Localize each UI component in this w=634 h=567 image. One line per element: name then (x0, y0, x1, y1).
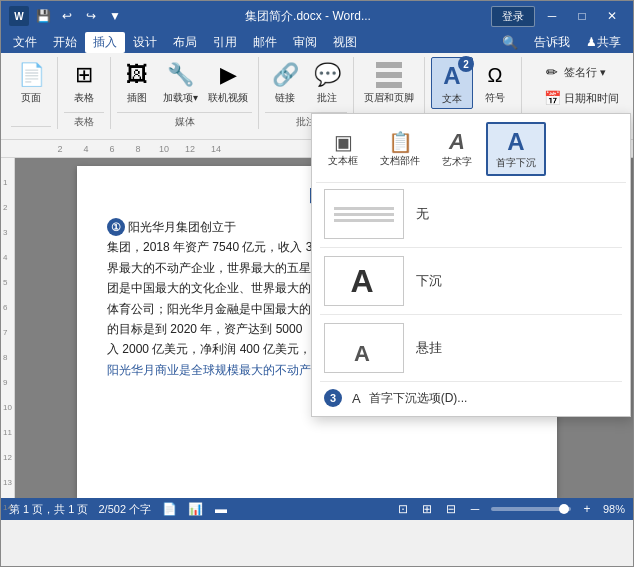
ribbon-btn-symbol[interactable]: Ω 符号 (475, 57, 515, 107)
dropcap-options-label: 首字下沉选项(D)... (369, 390, 468, 407)
picture-icon: 🖼 (121, 59, 153, 91)
video-icon: ▶ (212, 59, 244, 91)
dd-item-drop[interactable]: A 下沉 (316, 250, 626, 312)
status-icon-layout[interactable]: ▬ (213, 501, 229, 517)
dd-btn-textbox[interactable]: ▣ 文本框 (320, 126, 366, 172)
window-title: 集团简介.docx - Word... (125, 8, 491, 25)
status-icon-doc[interactable]: 📄 (161, 501, 177, 517)
header-icon (373, 59, 405, 91)
dd-btn-textbox-label: 文本框 (328, 154, 358, 168)
dd-preview-none (324, 189, 404, 239)
link-icon: 🔗 (269, 59, 301, 91)
menu-file[interactable]: 文件 (5, 32, 45, 53)
word-icon: W (9, 6, 29, 26)
ribbon-btn-datetime[interactable]: 📅 日期和时间 (539, 87, 623, 109)
ribbon-btn-table[interactable]: ⊞ 表格 (64, 57, 104, 107)
dd-btn-dropcap-label: 首字下沉 (496, 156, 536, 170)
menu-view[interactable]: 视图 (325, 32, 365, 53)
undo-qat-btn[interactable]: ↩ (57, 6, 77, 26)
menu-tell-me[interactable]: 告诉我 (526, 32, 578, 53)
ribbon-group-illus-label: 媒体 (117, 112, 252, 129)
dd-btn-dropcap[interactable]: A 首字下沉 (486, 122, 546, 176)
qat-more-btn[interactable]: ▼ (105, 6, 125, 26)
redo-qat-btn[interactable]: ↪ (81, 6, 101, 26)
ribbon-btn-text[interactable]: 2 A 文本 (431, 57, 473, 109)
dd-item-none[interactable]: 无 (316, 183, 626, 245)
dd-preview-drop: A (324, 256, 404, 306)
close-button[interactable]: ✕ (599, 6, 625, 26)
ribbon-group-table: ⊞ 表格 表格 (58, 57, 111, 129)
ribbon-group-table-items: ⊞ 表格 (64, 57, 104, 112)
symbol-label: 符号 (485, 91, 505, 105)
dropdown-panel: ▣ 文本框 📋 文档部件 A 艺术字 A 首字下沉 (311, 113, 631, 417)
ruler-num-4: 10 (151, 144, 177, 154)
page-label: 页面 (21, 91, 41, 105)
minimize-button[interactable]: ─ (539, 6, 565, 26)
login-button[interactable]: 登录 (491, 6, 535, 27)
title-actions: 登录 ─ □ ✕ (491, 6, 625, 27)
comment-label: 批注 (317, 91, 337, 105)
dropdown-sep-3 (320, 381, 622, 382)
zoom-slider[interactable] (491, 507, 571, 511)
v-ruler: 12345 678910 11121314 (1, 158, 15, 498)
page-icon: 📄 (15, 59, 47, 91)
ribbon-btn-link[interactable]: 🔗 链接 (265, 57, 305, 107)
ribbon-btn-picture[interactable]: 🖼 插图 (117, 57, 157, 107)
addins-icon: 🔧 (165, 59, 197, 91)
status-icon-stats[interactable]: 📊 (187, 501, 203, 517)
dd-btn-wordart-label: 艺术字 (442, 155, 472, 169)
dd-btn-wordart[interactable]: A 艺术字 (434, 125, 480, 173)
dd-btn-docparts[interactable]: 📋 文档部件 (372, 126, 428, 172)
dd-btn-docparts-label: 文档部件 (380, 154, 420, 168)
circle-2-badge: 2 (458, 56, 474, 72)
ribbon-btn-header[interactable]: 页眉和页脚 (360, 57, 418, 107)
view-icon-2[interactable]: ⊞ (419, 501, 435, 517)
picture-label: 插图 (127, 91, 147, 105)
menu-review[interactable]: 审阅 (285, 32, 325, 53)
menu-insert[interactable]: 插入 (85, 32, 125, 53)
menu-layout[interactable]: 布局 (165, 32, 205, 53)
dd-item-hang[interactable]: A 悬挂 (316, 317, 626, 379)
dd-last-item[interactable]: 3 A 首字下沉选项(D)... (316, 384, 626, 412)
symbol-icon: Ω (479, 59, 511, 91)
menu-share[interactable]: ♟共享 (578, 32, 629, 53)
ribbon-btn-comment[interactable]: 💬 批注 (307, 57, 347, 107)
ribbon-btn-signature[interactable]: ✏ 签名行 ▾ (539, 61, 623, 83)
menu-home[interactable]: 开始 (45, 32, 85, 53)
ruler-num-1: 4 (73, 144, 99, 154)
table-label: 表格 (74, 91, 94, 105)
ribbon-btn-video[interactable]: ▶ 联机视频 (204, 57, 252, 107)
dd-item-hang-label: 悬挂 (416, 339, 442, 357)
ribbon-group-pages-items: 📄 页面 (11, 57, 51, 126)
datetime-label: 日期和时间 (564, 91, 619, 106)
quick-access-toolbar: W 💾 ↩ ↪ ▼ (9, 6, 125, 26)
ruler-num-6: 14 (203, 144, 229, 154)
maximize-button[interactable]: □ (569, 6, 595, 26)
ribbon-btn-addins[interactable]: 🔧 加载项▾ (159, 57, 202, 107)
status-page-info: 第 1 页，共 1 页 (9, 502, 88, 517)
circle-3-icon: 3 (324, 389, 342, 407)
ruler-numbers: 2 4 6 8 10 12 14 (47, 144, 229, 154)
view-icon-1[interactable]: ⊡ (395, 501, 411, 517)
zoom-level: 98% (603, 503, 625, 515)
menu-design[interactable]: 设计 (125, 32, 165, 53)
video-label: 联机视频 (208, 91, 248, 105)
table-icon: ⊞ (68, 59, 100, 91)
view-icon-3[interactable]: ⊟ (443, 501, 459, 517)
dd-item-drop-label: 下沉 (416, 272, 442, 290)
ribbon-group-illustrations: 🖼 插图 🔧 加载项▾ ▶ 联机视频 媒体 (111, 57, 259, 129)
save-qat-btn[interactable]: 💾 (33, 6, 53, 26)
menu-references[interactable]: 引用 (205, 32, 245, 53)
zoom-minus-btn[interactable]: ─ (467, 501, 483, 517)
menu-search[interactable]: 🔍 (494, 33, 526, 52)
ruler-num-2: 6 (99, 144, 125, 154)
zoom-plus-btn[interactable]: + (579, 501, 595, 517)
v-ruler-nums: 12345 678910 11121314 (3, 178, 12, 512)
menu-mailings[interactable]: 邮件 (245, 32, 285, 53)
ribbon-btn-page[interactable]: 📄 页面 (11, 57, 51, 107)
text-label: 文本 (442, 92, 462, 106)
ribbon-group-pages-label (11, 126, 51, 129)
ribbon-group-pages: 📄 页面 (5, 57, 58, 129)
circle-num-1: ① (107, 218, 125, 236)
link-label: 链接 (275, 91, 295, 105)
